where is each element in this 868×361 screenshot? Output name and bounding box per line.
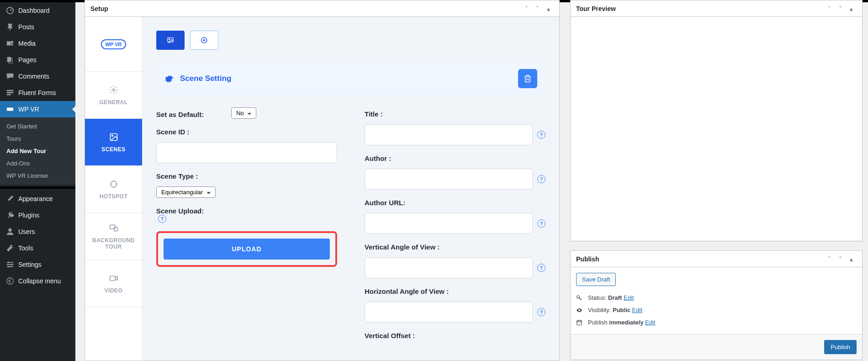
submenu-tours[interactable]: Tours xyxy=(0,133,75,145)
menu-label: Media xyxy=(18,40,36,47)
sidebar-item-fluentforms[interactable]: Fluent Forms xyxy=(0,85,75,101)
sidebar-item-appearance[interactable]: Appearance xyxy=(0,191,75,207)
move-up-icon[interactable]: ˄ xyxy=(521,3,532,14)
haov-input[interactable] xyxy=(365,302,533,323)
move-down-icon[interactable]: ˅ xyxy=(532,3,543,14)
svg-point-19 xyxy=(111,135,113,137)
sidebar-item-pages[interactable]: Pages xyxy=(0,52,75,68)
sidebar-item-settings[interactable]: Settings xyxy=(0,256,75,273)
target-icon xyxy=(108,179,119,190)
svg-rect-1 xyxy=(7,42,11,46)
info-icon[interactable]: ? xyxy=(537,131,545,139)
edit-schedule-link[interactable]: Edit xyxy=(645,319,655,326)
submenu-license[interactable]: WP VR License xyxy=(0,170,75,182)
delete-scene-button[interactable] xyxy=(518,69,537,88)
toggle-icon[interactable]: ▴ xyxy=(543,3,554,14)
voffset-label: Vertical Offset : xyxy=(365,332,545,340)
gear-icon xyxy=(108,85,119,96)
logo-badge: WP VR xyxy=(101,39,127,49)
toggle-icon[interactable]: ▴ xyxy=(846,254,857,265)
menu-label: Fluent Forms xyxy=(18,89,56,96)
publish-button[interactable]: Publish xyxy=(824,340,857,354)
scene-setting-title: Scene Setting xyxy=(180,74,231,83)
scene-id-input[interactable] xyxy=(156,142,337,163)
edit-visibility-link[interactable]: Edit xyxy=(632,307,642,313)
sidebar-item-collapse[interactable]: Collapse menu xyxy=(0,273,75,289)
sidebar-item-media[interactable]: Media xyxy=(0,35,75,52)
vaov-input[interactable] xyxy=(365,257,533,278)
menu-label: Settings xyxy=(18,261,42,268)
scene-tab-1[interactable] xyxy=(156,31,185,50)
submenu-addons[interactable]: Add-Ons xyxy=(0,157,75,170)
vtab-video[interactable]: VIDEO xyxy=(85,260,142,307)
user-icon xyxy=(5,227,15,236)
scene-type-select[interactable]: Equirectangular xyxy=(156,186,216,198)
move-down-icon[interactable]: ˅ xyxy=(835,3,846,14)
svg-point-9 xyxy=(8,228,11,232)
vtab-general[interactable]: GENERAL xyxy=(85,72,142,119)
menu-separator xyxy=(0,186,75,189)
sidebar-item-plugins[interactable]: Plugins xyxy=(0,207,75,223)
info-icon[interactable]: ? xyxy=(537,308,545,316)
comment-icon xyxy=(5,72,15,81)
submenu-add-new-tour[interactable]: Add New Tour xyxy=(0,145,75,157)
author-url-label: Author URL: xyxy=(365,199,545,207)
svg-rect-34 xyxy=(577,320,582,325)
sidebar-item-posts[interactable]: Posts xyxy=(0,19,75,35)
svg-point-15 xyxy=(8,266,10,268)
info-icon[interactable]: ? xyxy=(158,215,166,223)
info-icon[interactable]: ? xyxy=(537,175,545,183)
info-icon[interactable]: ? xyxy=(537,264,545,272)
menu-label: Comments xyxy=(18,73,49,80)
plus-icon xyxy=(201,37,208,44)
setup-content: Scene Setting Set as Default: No Scene I… xyxy=(143,17,559,361)
menu-label: Plugins xyxy=(18,212,39,219)
upload-button[interactable]: UPLOAD xyxy=(164,239,330,260)
haov-label: Horizontal Angle of View : xyxy=(365,287,545,295)
svg-rect-6 xyxy=(7,92,13,93)
upload-highlight: UPLOAD xyxy=(156,231,337,267)
title-input[interactable] xyxy=(365,124,533,145)
scene-id-label: Scene ID : xyxy=(156,128,337,136)
vtab-hotspot[interactable]: HOTSPOT xyxy=(85,166,142,213)
info-icon[interactable]: ? xyxy=(537,219,545,228)
submenu-get-started[interactable]: Get Started xyxy=(0,120,75,133)
calendar-icon xyxy=(576,319,583,326)
form-left-column: Set as Default: No Scene ID : Scene Type… xyxy=(156,107,337,340)
edit-status-link[interactable]: Edit xyxy=(624,294,634,301)
vtab-label: SCENES xyxy=(101,146,125,153)
default-select[interactable]: No xyxy=(231,107,256,119)
visibility-row: Visibility: Public Edit xyxy=(576,304,857,316)
tour-preview-title: Tour Preview xyxy=(576,5,616,12)
settings-icon xyxy=(5,260,15,269)
author-url-input[interactable] xyxy=(365,213,533,234)
move-up-icon[interactable]: ˄ xyxy=(824,254,835,265)
sidebar-item-users[interactable]: Users xyxy=(0,223,75,240)
eye-icon xyxy=(576,307,583,313)
svg-point-13 xyxy=(8,262,10,264)
status-row: Status: Draft Edit xyxy=(576,292,857,304)
sidebar-item-wpvr[interactable]: WP VR xyxy=(0,101,75,117)
vtab-label: VIDEO xyxy=(105,287,123,294)
sidebar-item-dashboard[interactable]: Dashboard xyxy=(0,2,75,19)
plug-icon xyxy=(5,211,15,220)
add-scene-button[interactable] xyxy=(190,31,218,50)
save-draft-button[interactable]: Save Draft xyxy=(576,273,616,286)
menu-label: WP VR xyxy=(18,106,39,113)
toggle-icon[interactable]: ▴ xyxy=(846,3,857,14)
svg-point-14 xyxy=(11,264,13,265)
vtab-label: HOTSPOT xyxy=(100,193,128,200)
move-down-icon[interactable]: ˅ xyxy=(835,254,846,265)
vtab-background[interactable]: BACKGROUND TOUR xyxy=(85,213,142,260)
right-sidebar: Tour Preview ˄ ˅ ▴ Publish ˄ ˅ ▴ Save Dr… xyxy=(570,0,863,361)
schedule-row: Publish immediately Edit xyxy=(576,316,857,329)
pin-icon xyxy=(5,22,15,32)
vtab-scenes[interactable]: SCENES xyxy=(85,119,142,166)
sidebar-item-comments[interactable]: Comments xyxy=(0,68,75,85)
wpvr-logo: WP VR xyxy=(85,17,142,72)
key-icon xyxy=(576,295,583,301)
sidebar-item-tools[interactable]: Tools xyxy=(0,240,75,256)
video-icon xyxy=(108,273,119,284)
author-input[interactable] xyxy=(365,169,533,190)
move-up-icon[interactable]: ˄ xyxy=(824,3,835,14)
